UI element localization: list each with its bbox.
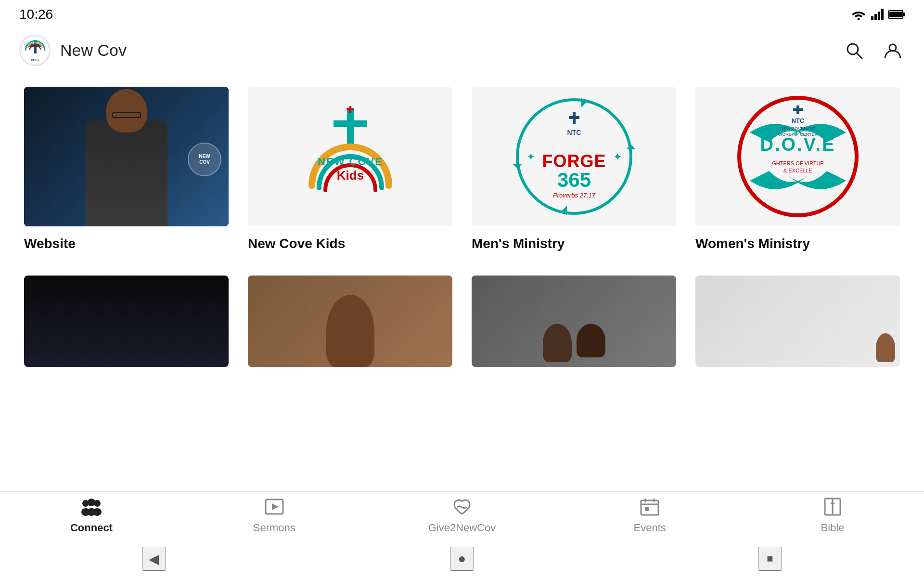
- svg-text:NTC: NTC: [567, 129, 581, 136]
- photo-card-4[interactable]: [695, 276, 900, 367]
- svg-rect-16: [334, 120, 367, 127]
- svg-text:FORGE: FORGE: [542, 151, 606, 171]
- account-button[interactable]: [881, 39, 905, 63]
- nav-label-connect: Connect: [70, 522, 113, 534]
- svg-marker-50: [272, 503, 279, 510]
- svg-text:WORSHIP CENTER: WORSHIP CENTER: [778, 132, 818, 137]
- sermons-icon: [264, 498, 285, 518]
- nav-label-give: Give2NewCov: [428, 522, 496, 534]
- header: NTC New Cov: [0, 29, 924, 72]
- main-content: NEWCOV Website: [0, 72, 924, 530]
- search-icon: [845, 41, 864, 60]
- android-back-button[interactable]: ◀: [142, 547, 166, 571]
- android-home-button[interactable]: ●: [450, 547, 474, 571]
- events-icon: [639, 498, 660, 518]
- svg-marker-23: [513, 164, 522, 169]
- svg-point-45: [88, 499, 95, 506]
- recent-icon: ■: [767, 552, 773, 565]
- svg-text:Proverbs 27:17: Proverbs 27:17: [552, 192, 595, 199]
- ministry-label-mens: Men's Ministry: [472, 236, 676, 251]
- svg-rect-37: [793, 108, 803, 111]
- svg-point-34: [739, 98, 857, 215]
- status-icons: [851, 9, 905, 20]
- ministry-label-womens: Women's Ministry: [695, 236, 900, 251]
- svg-marker-25: [626, 144, 636, 149]
- nav-item-events[interactable]: Events: [606, 493, 693, 539]
- svg-text:D.O.V.E: D.O.V.E: [760, 134, 835, 155]
- svg-text:GHTERS OF VIRTUE: GHTERS OF VIRTUE: [772, 160, 823, 166]
- svg-rect-6: [903, 13, 905, 16]
- svg-point-0: [858, 18, 860, 21]
- home-icon: ●: [458, 551, 466, 566]
- header-left: NTC New Cov: [19, 35, 127, 66]
- signal-icon: [871, 9, 884, 20]
- ministry-image-mens: NTC ✦ ✦ FORGE 365 Proverbs 27:17: [472, 87, 676, 226]
- svg-line-13: [857, 53, 862, 59]
- svg-rect-3: [878, 12, 880, 20]
- ministry-image-website: NEWCOV: [24, 87, 229, 226]
- ministry-card-website[interactable]: NEWCOV Website: [24, 87, 229, 251]
- bible-icon: [822, 498, 843, 518]
- nav-label-events: Events: [634, 522, 666, 534]
- battery-icon: [888, 10, 905, 19]
- photo-card-2[interactable]: [248, 276, 452, 367]
- svg-point-48: [87, 508, 96, 516]
- header-right: [842, 39, 905, 63]
- svg-rect-55: [645, 507, 649, 511]
- svg-text:Kids: Kids: [336, 168, 363, 183]
- new-cove-kids-logo: NEW COVE Kids: [293, 99, 408, 214]
- svg-rect-18: [346, 108, 354, 110]
- svg-text:& EXCELLE: & EXCELLE: [783, 168, 812, 173]
- connect-icon: [81, 498, 102, 518]
- svg-text:NTC: NTC: [791, 117, 804, 124]
- ntc-logo-svg: NTC: [21, 36, 50, 65]
- app-logo: NTC: [19, 35, 51, 66]
- svg-rect-4: [881, 9, 884, 20]
- android-nav: ◀ ● ■: [0, 539, 924, 578]
- photo-card-3[interactable]: [472, 276, 676, 367]
- forge-365-logo: NTC ✦ ✦ FORGE 365 Proverbs 27:17: [512, 94, 637, 219]
- ministry-card-mens[interactable]: NTC ✦ ✦ FORGE 365 Proverbs 27:17 Men's M…: [472, 87, 676, 251]
- back-icon: ◀: [149, 551, 159, 567]
- ministry-image-kids: NEW COVE Kids: [248, 87, 452, 226]
- svg-rect-15: [347, 108, 354, 147]
- android-recent-button[interactable]: ■: [758, 547, 782, 571]
- svg-rect-7: [889, 12, 902, 17]
- nav-item-sermons[interactable]: Sermons: [231, 493, 318, 539]
- give-icon: [451, 498, 473, 518]
- ministry-label-kids: New Cove Kids: [248, 236, 452, 251]
- ministry-label-website: Website: [24, 236, 229, 251]
- app-title: New Cov: [60, 41, 127, 60]
- nav-item-give[interactable]: Give2NewCov: [414, 493, 511, 539]
- nav-item-connect[interactable]: Connect: [48, 493, 135, 539]
- svg-rect-2: [874, 14, 877, 20]
- svg-text:NTC: NTC: [31, 58, 39, 62]
- photo-card-1[interactable]: [24, 276, 229, 367]
- svg-rect-51: [641, 500, 658, 515]
- wifi-icon: [851, 9, 866, 20]
- account-icon: [883, 41, 902, 60]
- ministry-card-womens[interactable]: D.O.V.E NTC NEW COVENANT WORSHIP CENTER …: [695, 87, 900, 251]
- status-time: 10:26: [19, 7, 53, 22]
- svg-text:365: 365: [557, 169, 590, 191]
- nav-label-sermons: Sermons: [253, 522, 295, 534]
- svg-text:✦: ✦: [526, 151, 535, 163]
- nav-label-bible: Bible: [821, 522, 845, 534]
- svg-text:✦: ✦: [613, 151, 622, 163]
- dove-logo: D.O.V.E NTC NEW COVENANT WORSHIP CENTER …: [731, 94, 865, 219]
- photo-strip: [24, 276, 900, 367]
- search-button[interactable]: [842, 39, 866, 63]
- ministry-card-kids[interactable]: NEW COVE Kids New Cove Kids: [248, 87, 452, 251]
- svg-rect-27: [569, 116, 579, 119]
- svg-point-12: [847, 44, 858, 54]
- bottom-nav: Connect Sermons Give2NewCov: [0, 491, 924, 539]
- ministry-image-womens: D.O.V.E NTC NEW COVENANT WORSHIP CENTER …: [695, 87, 900, 226]
- ministry-grid: NEWCOV Website: [24, 87, 900, 251]
- status-bar: 10:26: [0, 0, 924, 29]
- svg-rect-1: [871, 16, 873, 20]
- nav-item-bible[interactable]: Bible: [789, 493, 876, 539]
- svg-text:NEW COVE: NEW COVE: [318, 156, 383, 168]
- svg-text:NEW COVENANT: NEW COVENANT: [780, 126, 816, 131]
